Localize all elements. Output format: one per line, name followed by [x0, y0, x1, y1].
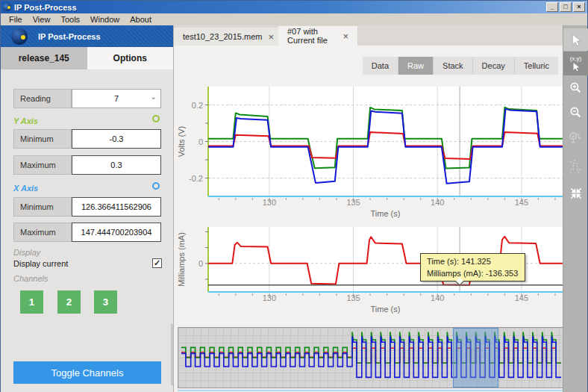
- x-min-row: Minimum 126.366411562906: [13, 197, 161, 217]
- close-tab-icon[interactable]: ×: [268, 32, 274, 42]
- view-data-button[interactable]: Data: [363, 57, 398, 75]
- stack-preview-icon: [569, 158, 583, 175]
- right-toolbar: (x,y): [563, 25, 587, 392]
- svg-text:0.2: 0.2: [192, 101, 203, 110]
- tooltip-value: Milliamps (mA): -136.353: [427, 267, 519, 279]
- svg-text:145: 145: [515, 198, 528, 207]
- svg-text:Volts (V): Volts (V): [177, 126, 186, 158]
- close-tab-icon[interactable]: ×: [343, 31, 348, 41]
- display-current-row: Display current ✓: [13, 259, 161, 268]
- svg-text:145: 145: [515, 293, 528, 302]
- view-telluric-button[interactable]: Telluric: [514, 57, 558, 75]
- doc-tab-current-file[interactable]: #07 with Current file ×: [278, 26, 357, 46]
- y-min-label: Minimum: [13, 129, 72, 149]
- display-current-checkbox[interactable]: ✓: [152, 258, 162, 268]
- minimize-button[interactable]: _: [546, 2, 558, 12]
- fit-view-button[interactable]: [563, 182, 588, 205]
- window-title: IP Post-Process: [14, 3, 77, 12]
- sidebar-header: IP Post-Process: [1, 25, 173, 47]
- zoom-in-icon: [569, 81, 582, 94]
- view-raw-button[interactable]: Raw: [398, 57, 433, 75]
- svg-text:135: 135: [346, 293, 360, 302]
- channel-1-button[interactable]: 1: [20, 290, 43, 314]
- overview-selection-region[interactable]: [453, 328, 498, 388]
- svg-text:0: 0: [198, 259, 203, 268]
- zoom-out-icon: [569, 106, 582, 119]
- close-button[interactable]: ×: [573, 2, 585, 12]
- y-max-input[interactable]: 0.3: [72, 155, 161, 175]
- svg-text:130: 130: [263, 198, 276, 207]
- display-section-title: Display: [13, 248, 40, 257]
- main-area: test10_23_2015.mem × #07 with Current fi…: [174, 25, 564, 392]
- x-min-label: Minimum: [13, 197, 72, 217]
- doc-tab-label: #07 with Current file: [287, 27, 337, 45]
- menu-about[interactable]: About: [125, 14, 157, 25]
- x-axis-section-title: X Axis: [13, 184, 38, 193]
- channel-2-button[interactable]: 2: [57, 290, 81, 314]
- y-axis-indicator-icon[interactable]: [152, 115, 160, 122]
- svg-text:Milliamps (mA): Milliamps (mA): [177, 232, 186, 287]
- arrow-cursor-icon: [571, 62, 581, 72]
- tab-release-145[interactable]: release_145: [1, 47, 87, 69]
- x-min-input[interactable]: 126.366411562906: [72, 197, 161, 217]
- svg-text:Time (s): Time (s): [371, 305, 401, 314]
- xy-label: (x,y): [570, 56, 582, 62]
- svg-text:135: 135: [346, 198, 360, 207]
- chart-panel: Data Raw Stack Decay Telluric 0.20-0.213…: [174, 46, 564, 392]
- overview-chart[interactable]: [178, 327, 565, 388]
- reading-label: Reading: [13, 89, 72, 108]
- app-window: IP Post-Process _ □ × File View Tools Wi…: [0, 0, 588, 392]
- stack-preview-button[interactable]: [563, 154, 588, 179]
- maximize-button[interactable]: □: [560, 2, 572, 12]
- document-tabbar: test10_23_2015.mem × #07 with Current fi…: [174, 25, 564, 46]
- select-cursor-button[interactable]: [563, 28, 588, 51]
- menu-window[interactable]: Window: [85, 14, 125, 25]
- brand-name: IP Post-Process: [38, 32, 101, 41]
- sidebar-scrollbar[interactable]: [171, 324, 173, 385]
- sidebar: IP Post-Process release_145 Options Read…: [1, 25, 174, 392]
- view-stack-button[interactable]: Stack: [433, 57, 472, 75]
- menu-tools[interactable]: Tools: [55, 14, 85, 25]
- view-decay-button[interactable]: Decay: [472, 57, 514, 75]
- brand-logo-icon: [11, 28, 28, 45]
- zoom-waveform-icon: [569, 131, 583, 146]
- reading-select[interactable]: 7 ⌄: [72, 89, 161, 108]
- svg-text:Time (s): Time (s): [371, 209, 401, 218]
- x-max-label: Maximum: [13, 223, 72, 242]
- channel-3-button[interactable]: 3: [94, 290, 117, 314]
- arrow-cursor-icon: [569, 34, 582, 46]
- toggle-channels-button[interactable]: Toggle Channels: [13, 361, 161, 384]
- overview-axis-line: [178, 390, 565, 391]
- titlebar: IP Post-Process _ □ ×: [1, 1, 587, 13]
- y-min-input[interactable]: -0.3: [72, 129, 161, 149]
- y-max-label: Maximum: [13, 155, 72, 175]
- x-max-input[interactable]: 147.444700203904: [72, 223, 161, 242]
- zoom-waveform-button[interactable]: [563, 127, 588, 149]
- zoom-out-button[interactable]: [563, 101, 588, 123]
- cursor-tooltip: Time (s): 141.325 Milliamps (mA): -136.3…: [420, 253, 525, 281]
- x-axis-indicator-icon[interactable]: [152, 182, 160, 190]
- volts-chart[interactable]: 0.20-0.2130135140145Time (s)Volts (V): [174, 75, 564, 222]
- svg-text:140: 140: [431, 198, 444, 207]
- app-icon: [3, 3, 11, 11]
- menubar: File View Tools Window About: [1, 13, 587, 25]
- reading-value: 7: [114, 94, 119, 103]
- svg-text:0: 0: [198, 137, 203, 146]
- menu-view[interactable]: View: [28, 14, 56, 25]
- coordinates-cursor-button[interactable]: (x,y): [563, 52, 588, 75]
- tab-options[interactable]: Options: [87, 47, 174, 69]
- tooltip-time: Time (s): 141.325: [427, 255, 519, 267]
- menu-file[interactable]: File: [4, 14, 28, 25]
- doc-tab-label: test10_23_2015.mem: [183, 32, 262, 41]
- doc-tab-mem-file[interactable]: test10_23_2015.mem ×: [174, 28, 278, 46]
- svg-text:130: 130: [263, 293, 276, 302]
- channels-section-title: Channels: [13, 274, 48, 283]
- chevron-down-icon: ⌄: [151, 93, 157, 101]
- y-axis-section-title: Y Axis: [13, 116, 38, 125]
- svg-text:-0.2: -0.2: [189, 174, 203, 183]
- display-current-label: Display current: [13, 259, 68, 268]
- fit-view-icon: [569, 187, 583, 200]
- y-min-row: Minimum -0.3: [13, 129, 161, 149]
- svg-text:140: 140: [431, 293, 444, 302]
- zoom-in-button[interactable]: [563, 76, 588, 99]
